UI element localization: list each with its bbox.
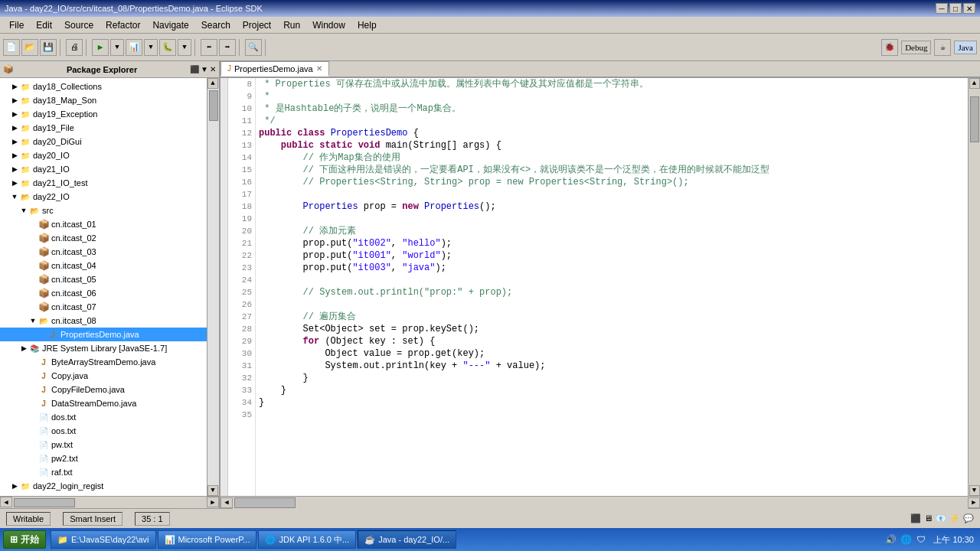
tab-close[interactable]: ✕ xyxy=(316,64,322,73)
tree-item[interactable]: ▶📁day18_Collections xyxy=(0,80,207,93)
close-btn[interactable]: ✕ xyxy=(963,3,975,14)
taskbar-item[interactable]: 📊Microsoft PowerP... xyxy=(158,530,257,549)
menu-run[interactable]: Run xyxy=(277,18,306,32)
menu-help[interactable]: Help xyxy=(351,18,383,32)
tree-item[interactable]: 📦cn.itcast_06 xyxy=(0,286,207,300)
debug-label[interactable]: Debug xyxy=(901,41,931,54)
tree-item[interactable]: ▶📁day20_DiGui xyxy=(0,135,207,148)
tree-item[interactable]: ▶📁day18_Map_Son xyxy=(0,93,207,107)
menu-navigate[interactable]: Navigate xyxy=(146,18,194,32)
tree-item[interactable]: 📄pw2.txt xyxy=(0,452,207,465)
toolbar-print[interactable]: 🖨 xyxy=(66,39,83,56)
vscroll-thumb[interactable] xyxy=(970,96,979,142)
toolbar-open[interactable]: 📂 xyxy=(21,39,38,56)
tree-item[interactable]: JPropertiesDemo.java xyxy=(0,328,207,341)
tree-toggle[interactable]: ▼ xyxy=(11,193,18,201)
tree-toggle[interactable]: ▶ xyxy=(11,96,18,104)
toolbar-run[interactable]: ▶ xyxy=(92,39,109,56)
taskbar-item[interactable]: ☕Java - day22_IO/... xyxy=(358,530,456,549)
hscroll-right[interactable]: ▶ xyxy=(968,497,980,508)
tree-item[interactable]: ▶📁day22_login_regist xyxy=(0,479,207,493)
pe-scroll-down[interactable]: ▼ xyxy=(207,485,218,496)
tree-toggle[interactable]: ▼ xyxy=(29,317,37,324)
tree-item[interactable]: JDataStreamDemo.java xyxy=(0,396,207,410)
toolbar-coverage[interactable]: 📊 xyxy=(126,39,142,56)
tree-item[interactable]: 📄raf.txt xyxy=(0,465,207,479)
pe-collapse[interactable]: ⬛ xyxy=(190,65,199,73)
pe-hscroll-right[interactable]: ▶ xyxy=(207,497,219,507)
tree-item[interactable]: JCopy.java xyxy=(0,369,207,383)
maximize-btn[interactable]: □ xyxy=(949,3,962,14)
tree-toggle[interactable]: ▶ xyxy=(11,124,18,132)
pe-scroll-up[interactable]: ▲ xyxy=(207,78,218,89)
toolbar-save[interactable]: 💾 xyxy=(40,39,57,56)
tree-item[interactable]: 📄oos.txt xyxy=(0,424,207,438)
hscroll-thumb[interactable] xyxy=(234,497,296,508)
tree-toggle[interactable]: ▶ xyxy=(11,110,18,118)
tree-toggle[interactable]: ▶ xyxy=(11,165,18,173)
editor-tab-active[interactable]: J PropertiesDemo.java ✕ xyxy=(220,61,329,77)
tree-toggle[interactable]: ▶ xyxy=(11,482,18,490)
minimize-btn[interactable]: ─ xyxy=(936,3,948,14)
tree-toggle[interactable]: ▶ xyxy=(11,179,18,187)
tree-toggle[interactable]: ▶ xyxy=(11,138,18,145)
java-label[interactable]: Java xyxy=(954,41,977,54)
hscroll-track[interactable] xyxy=(233,497,968,509)
toolbar-perspective-debug[interactable]: 🐞 xyxy=(881,39,898,56)
tree-item[interactable]: JCopyFileDemo.java xyxy=(0,383,207,396)
tree-item[interactable]: 📄dos.txt xyxy=(0,410,207,424)
menu-refactor[interactable]: Refactor xyxy=(100,18,146,32)
toolbar-debug[interactable]: 🐛 xyxy=(159,39,176,56)
tree-item[interactable]: ▶📁day19_File xyxy=(0,121,207,135)
tree-item[interactable]: 📦cn.itcast_05 xyxy=(0,272,207,286)
tree-item[interactable]: 📦cn.itcast_01 xyxy=(0,217,207,231)
tree-item[interactable]: ▶📚JRE System Library [JavaSE-1.7] xyxy=(0,341,207,355)
tree-toggle[interactable]: ▶ xyxy=(11,83,18,90)
taskbar-item[interactable]: 📁E:\JavaSE\day22\avi xyxy=(51,530,156,549)
tree-item[interactable]: JByteArrayStreamDemo.java xyxy=(0,355,207,369)
pe-hscroll-left[interactable]: ◀ xyxy=(0,497,12,507)
toolbar-new[interactable]: 📄 xyxy=(3,39,20,56)
menu-source[interactable]: Source xyxy=(58,18,100,32)
pe-scroll-track[interactable] xyxy=(207,89,219,485)
pe-hscroll-thumb[interactable] xyxy=(14,498,75,507)
tree-item[interactable]: 📦cn.itcast_07 xyxy=(0,300,207,314)
menu-window[interactable]: Window xyxy=(306,18,351,32)
toolbar-prev[interactable]: ⬅ xyxy=(201,39,217,56)
vscroll-track[interactable] xyxy=(969,89,980,485)
tree-item[interactable]: ▶📁day19_Exception xyxy=(0,107,207,121)
pe-menu[interactable]: ▼ xyxy=(201,65,208,73)
pe-scroll-thumb[interactable] xyxy=(209,90,218,121)
toolbar-search[interactable]: 🔍 xyxy=(245,39,262,56)
tree-toggle[interactable]: ▼ xyxy=(20,207,28,214)
tree-item[interactable]: ▼📂day22_IO xyxy=(0,190,207,204)
tree-toggle[interactable]: ▶ xyxy=(11,152,18,159)
tree-item[interactable]: ▶📁day21_IO_test xyxy=(0,176,207,190)
toolbar-java-icon[interactable]: ☕ xyxy=(934,39,951,56)
tree-item[interactable]: ▶📁day21_IO xyxy=(0,162,207,176)
menu-search[interactable]: Search xyxy=(195,18,237,32)
taskbar-item[interactable]: 🌐JDK API 1.6.0 中... xyxy=(258,530,356,549)
vscroll-up[interactable]: ▲ xyxy=(969,78,980,89)
start-button[interactable]: ⊞ 开始 xyxy=(3,530,46,549)
toolbar-debug-dropdown[interactable]: ▼ xyxy=(178,39,191,56)
toolbar-run-dropdown[interactable]: ▼ xyxy=(110,39,124,56)
vscroll-down[interactable]: ▼ xyxy=(969,485,980,496)
hscroll-left[interactable]: ◀ xyxy=(220,497,233,508)
tree-item[interactable]: ▼📂cn.itcast_08 xyxy=(0,314,207,328)
menu-project[interactable]: Project xyxy=(237,18,277,32)
menu-edit[interactable]: Edit xyxy=(30,18,58,32)
toolbar-next[interactable]: ➡ xyxy=(219,39,236,56)
pe-close[interactable]: ✕ xyxy=(210,65,216,73)
pe-hscroll-track[interactable] xyxy=(12,497,207,508)
tree-item[interactable]: ▶📁day20_IO xyxy=(0,148,207,162)
toolbar-cov-dropdown[interactable]: ▼ xyxy=(144,39,158,56)
tree-item[interactable]: 📦cn.itcast_03 xyxy=(0,245,207,259)
code-content[interactable]: * Properties 可保存在流中或从流中加载。属性列表中每个键及其对应值都… xyxy=(256,78,968,496)
tree-item[interactable]: 📄pw.txt xyxy=(0,438,207,452)
tree-item[interactable]: 📦cn.itcast_04 xyxy=(0,259,207,272)
tree-toggle[interactable]: ▶ xyxy=(20,344,28,352)
tree-item[interactable]: 📦cn.itcast_02 xyxy=(0,231,207,245)
menu-file[interactable]: File xyxy=(3,18,30,32)
tree-item[interactable]: ▼📂src xyxy=(0,204,207,217)
